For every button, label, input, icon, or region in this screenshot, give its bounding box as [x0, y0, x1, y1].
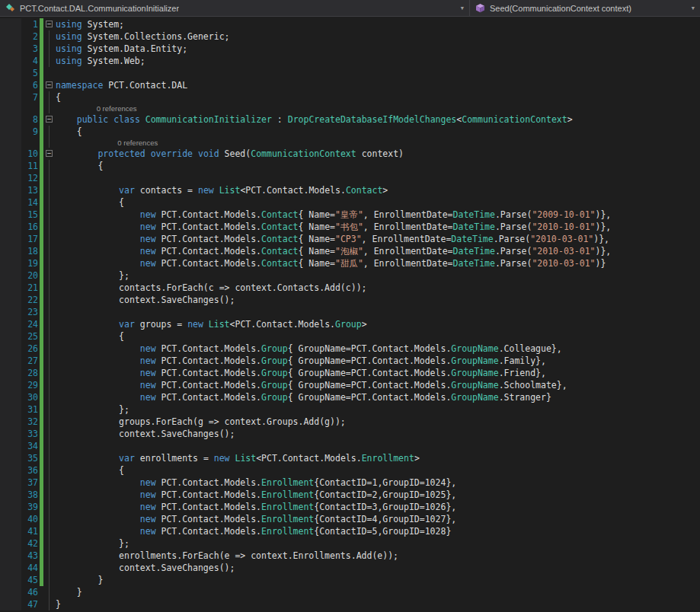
- code-text[interactable]: var contacts = new List<PCT.Contact.Mode…: [55, 184, 388, 196]
- breakpoint-margin[interactable]: [0, 525, 21, 537]
- breakpoint-margin[interactable]: [0, 416, 21, 428]
- code-text[interactable]: new PCT.Contact.Models.Contact{ Name="泡椒…: [55, 245, 611, 257]
- breakpoint-margin[interactable]: [0, 403, 21, 416]
- breakpoint-margin[interactable]: [0, 489, 21, 501]
- breakpoint-margin[interactable]: [0, 79, 21, 91]
- code-text[interactable]: new PCT.Contact.Models.Enrollment{Contac…: [55, 477, 456, 489]
- code-text[interactable]: using System;: [55, 18, 124, 30]
- breakpoint-margin[interactable]: [0, 513, 21, 525]
- breakpoint-margin[interactable]: [0, 550, 21, 562]
- code-text[interactable]: using System.Data.Entity;: [55, 43, 187, 55]
- codelens-references[interactable]: 0 references: [55, 138, 158, 148]
- code-text[interactable]: }: [55, 586, 82, 598]
- code-text[interactable]: context.SaveChanges();: [55, 294, 235, 306]
- code-text[interactable]: new PCT.Contact.Models.Enrollment{Contac…: [55, 489, 456, 501]
- breakpoint-margin[interactable]: [0, 91, 21, 104]
- breakpoint-margin[interactable]: [0, 269, 21, 282]
- code-text[interactable]: namespace PCT.Contact.DAL: [55, 79, 187, 91]
- breakpoint-margin[interactable]: [0, 598, 21, 610]
- code-text[interactable]: context.SaveChanges();: [55, 562, 235, 574]
- code-text[interactable]: };: [55, 403, 129, 416]
- code-text[interactable]: new PCT.Contact.Models.Enrollment{Contac…: [55, 513, 456, 525]
- breakpoint-margin[interactable]: [0, 126, 21, 138]
- code-text[interactable]: {: [55, 330, 124, 343]
- code-text[interactable]: {: [55, 91, 61, 104]
- breakpoint-margin[interactable]: [0, 343, 21, 355]
- code-text[interactable]: [55, 440, 56, 452]
- code-text[interactable]: [55, 172, 56, 184]
- breakpoint-margin[interactable]: [0, 428, 21, 440]
- code-text[interactable]: {: [55, 126, 82, 138]
- breakpoint-margin[interactable]: [0, 43, 21, 55]
- code-text[interactable]: groups.ForEach(g => context.Groups.Add(g…: [55, 416, 346, 428]
- collapse-minus-icon[interactable]: −: [46, 81, 53, 88]
- breakpoint-margin[interactable]: [0, 391, 21, 403]
- code-text[interactable]: var groups = new List<PCT.Contact.Models…: [55, 318, 367, 330]
- breakpoint-margin[interactable]: [0, 257, 21, 269]
- breakpoint-margin[interactable]: [0, 184, 21, 196]
- breakpoint-margin[interactable]: [0, 452, 21, 464]
- code-text[interactable]: {: [55, 464, 124, 477]
- code-text[interactable]: new PCT.Contact.Models.Group{ GroupName=…: [55, 379, 567, 391]
- breakpoint-margin[interactable]: [0, 209, 21, 221]
- code-text[interactable]: new PCT.Contact.Models.Contact{ Name="书包…: [55, 221, 611, 233]
- breakpoint-margin[interactable]: [0, 440, 21, 452]
- member-dropdown[interactable]: Seed(CommunicationContext context) ▼: [470, 0, 700, 16]
- breakpoint-margin[interactable]: [0, 113, 21, 126]
- code-text[interactable]: [55, 67, 56, 79]
- code-text[interactable]: contacts.ForEach(c => context.Contacts.A…: [55, 282, 367, 294]
- code-text[interactable]: new PCT.Contact.Models.Group{ GroupName=…: [55, 391, 551, 403]
- code-text[interactable]: enrollments.ForEach(e => context.Enrollm…: [55, 550, 398, 562]
- breakpoint-margin[interactable]: [0, 355, 21, 367]
- code-text[interactable]: new PCT.Contact.Models.Contact{ Name="甜瓜…: [55, 257, 606, 269]
- breakpoint-margin[interactable]: [0, 379, 21, 391]
- code-text[interactable]: }: [55, 598, 61, 610]
- breakpoint-margin[interactable]: [0, 367, 21, 379]
- breakpoint-margin[interactable]: [0, 537, 21, 550]
- type-dropdown[interactable]: PCT.Contact.DAL.CommunicationInitializer…: [0, 0, 470, 16]
- breakpoint-margin[interactable]: [0, 586, 21, 598]
- code-text[interactable]: };: [55, 269, 129, 282]
- code-text[interactable]: new PCT.Contact.Models.Enrollment{Contac…: [55, 525, 451, 537]
- code-text[interactable]: using System.Collections.Generic;: [55, 30, 230, 43]
- code-text[interactable]: context.SaveChanges();: [55, 428, 235, 440]
- breakpoint-margin[interactable]: [0, 172, 21, 184]
- code-text[interactable]: new PCT.Contact.Models.Group{ GroupName=…: [55, 343, 562, 355]
- breakpoint-margin[interactable]: [0, 464, 21, 477]
- breakpoint-margin[interactable]: [0, 160, 21, 172]
- breakpoint-margin[interactable]: [0, 30, 21, 43]
- code-text[interactable]: new PCT.Contact.Models.Contact{ Name="CP…: [55, 233, 609, 245]
- fold-toggle[interactable]: −: [44, 148, 55, 160]
- breakpoint-margin[interactable]: [0, 233, 21, 245]
- code-text[interactable]: };: [55, 537, 129, 550]
- fold-toggle[interactable]: −: [44, 18, 55, 30]
- breakpoint-margin[interactable]: [0, 18, 21, 30]
- code-text[interactable]: var enrollments = new List<PCT.Contact.M…: [55, 452, 420, 464]
- code-text[interactable]: new PCT.Contact.Models.Group{ GroupName=…: [55, 367, 546, 379]
- breakpoint-margin[interactable]: [0, 294, 21, 306]
- breakpoint-margin[interactable]: [0, 67, 21, 79]
- code-text[interactable]: new PCT.Contact.Models.Contact{ Name="皇帝…: [55, 209, 611, 221]
- fold-toggle[interactable]: −: [44, 79, 55, 91]
- code-text[interactable]: {: [55, 160, 103, 172]
- breakpoint-margin[interactable]: [0, 574, 21, 586]
- collapse-minus-icon[interactable]: −: [46, 21, 53, 27]
- breakpoint-margin[interactable]: [0, 148, 21, 160]
- fold-toggle[interactable]: −: [44, 113, 55, 126]
- breakpoint-margin[interactable]: [0, 282, 21, 294]
- breakpoint-margin[interactable]: [0, 318, 21, 330]
- code-text[interactable]: new PCT.Contact.Models.Enrollment{Contac…: [55, 501, 456, 513]
- code-text[interactable]: [55, 306, 56, 318]
- breakpoint-margin[interactable]: [0, 330, 21, 343]
- code-text[interactable]: public class CommunicationInitializer : …: [55, 113, 573, 126]
- breakpoint-margin[interactable]: [0, 196, 21, 209]
- breakpoint-margin[interactable]: [0, 221, 21, 233]
- breakpoint-margin[interactable]: [0, 562, 21, 574]
- breakpoint-margin[interactable]: [0, 306, 21, 318]
- breakpoint-margin[interactable]: [0, 501, 21, 513]
- code-editor[interactable]: 1−using System;2using System.Collections…: [0, 17, 700, 610]
- collapse-minus-icon[interactable]: −: [46, 150, 53, 157]
- code-text[interactable]: protected override void Seed(Communicati…: [55, 148, 404, 160]
- code-text[interactable]: using System.Web;: [55, 55, 145, 67]
- code-text[interactable]: }: [55, 574, 103, 586]
